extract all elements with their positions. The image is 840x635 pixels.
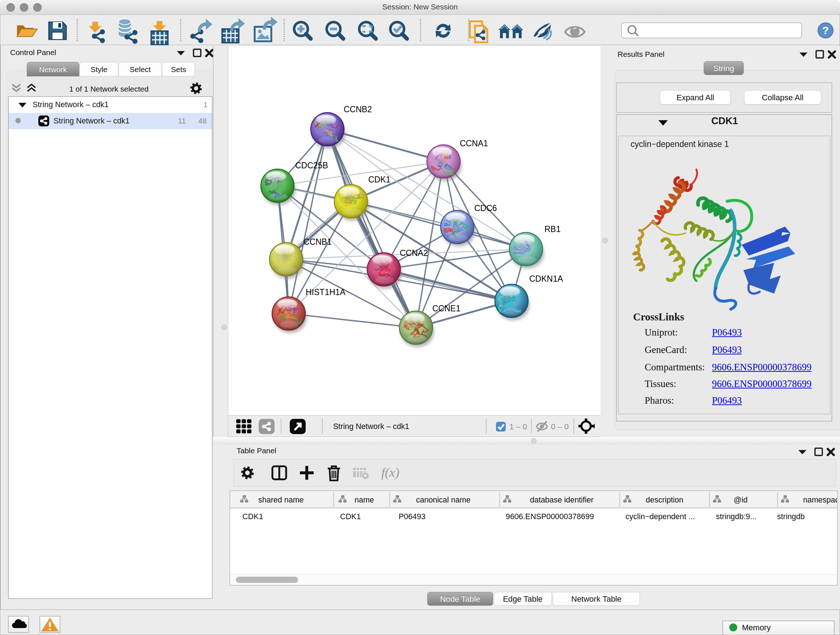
svg-text:RB1: RB1 (545, 225, 561, 234)
svg-text:CDC6: CDC6 (474, 203, 497, 213)
svg-text:shared name: shared name (258, 496, 304, 504)
svg-text:CCNB2: CCNB2 (344, 105, 372, 114)
svg-text:@id: @id (734, 496, 748, 504)
svg-text:CDK1: CDK1 (340, 512, 361, 521)
svg-text:CCNB1: CCNB1 (303, 237, 332, 247)
svg-text:CDK1: CDK1 (368, 175, 390, 184)
svg-text:stringdb: stringdb (777, 512, 805, 521)
svg-text:canonical name: canonical name (416, 496, 471, 504)
svg-text:1 – 0: 1 – 0 (509, 422, 527, 431)
svg-text:P06493: P06493 (399, 512, 425, 521)
svg-text:CDC25B: CDC25B (295, 161, 328, 170)
svg-text:database identifier: database identifier (530, 496, 594, 504)
svg-text:Memory: Memory (742, 623, 771, 632)
svg-text:0 – 0: 0 – 0 (551, 422, 569, 431)
svg-text:CDK1: CDK1 (242, 512, 263, 521)
svg-text:f(x): f(x) (381, 465, 399, 480)
svg-text:CCNA1: CCNA1 (460, 139, 488, 148)
svg-text:cyclin−dependent ...: cyclin−dependent ... (625, 512, 695, 521)
svg-text:String Network – cdk1: String Network – cdk1 (333, 422, 409, 431)
svg-text:HIST1H1A: HIST1H1A (306, 287, 346, 297)
svg-text:namespac: namespac (803, 496, 837, 504)
svg-text:stringdb:9...: stringdb:9... (716, 512, 756, 521)
svg-text:?: ? (822, 24, 829, 36)
svg-text:description: description (646, 496, 684, 504)
svg-text:CCNA2: CCNA2 (400, 249, 428, 258)
svg-text:name: name (355, 496, 374, 504)
svg-text:CCNE1: CCNE1 (432, 304, 461, 313)
svg-text:9606.ENSP00000378699: 9606.ENSP00000378699 (506, 512, 594, 521)
svg-text:CDKN1A: CDKN1A (529, 274, 563, 283)
